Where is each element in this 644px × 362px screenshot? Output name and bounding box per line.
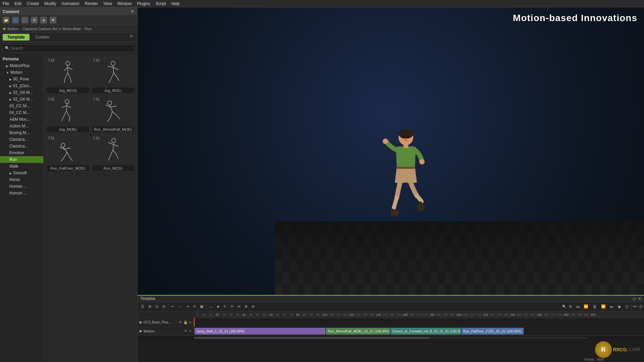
tree-panel: Persona ▶MotionPlus ▼Motion ▶00_Pose ▶01… bbox=[0, 54, 44, 362]
clip-crouch[interactable]: Crouch_to_Forward_roll_B_02_01_01 (100.0… bbox=[390, 328, 461, 335]
grid-item-0[interactable]: 7.91 Jog_ bbox=[46, 57, 90, 94]
content-close-button[interactable]: ✕ bbox=[130, 9, 135, 14]
menu-animation[interactable]: Animation bbox=[61, 1, 79, 6]
svg-point-16 bbox=[65, 100, 69, 104]
tree-item-boxing[interactable]: Boxing M... bbox=[0, 129, 43, 136]
tree-item-run[interactable]: Run bbox=[0, 156, 43, 163]
search-input[interactable] bbox=[3, 44, 135, 52]
tl-btn-18[interactable]: ⏪ bbox=[582, 304, 590, 309]
svg-point-57 bbox=[419, 159, 425, 165]
clip-fallover[interactable]: Run_FallOver_F(3E)_02_01 (100.00%) bbox=[462, 328, 524, 335]
tree-item-ccm[interactable]: 03_CC M... bbox=[0, 103, 43, 109]
tree-item-horse[interactable]: Horse bbox=[0, 176, 43, 183]
tree-item-emotion[interactable]: Emotion bbox=[0, 149, 43, 156]
tree-item-jclon[interactable]: ▶01_jClon... bbox=[0, 82, 43, 89]
svg-line-9 bbox=[113, 65, 114, 73]
tree-item-human2[interactable]: Human ... bbox=[0, 190, 43, 196]
menu-window[interactable]: Window bbox=[117, 1, 132, 6]
tl-pause-btn[interactable]: ⏸ bbox=[591, 303, 598, 310]
tree-item-human1[interactable]: Human ... bbox=[0, 183, 43, 190]
track-expand-motion[interactable]: ▶ bbox=[140, 329, 142, 333]
breadcrumb-classical[interactable]: Classical Cartoon-Act n' Move-Male bbox=[22, 27, 81, 31]
tl-btn-7[interactable]: ↺ bbox=[192, 304, 197, 309]
timeline-scrollbar[interactable] bbox=[138, 336, 644, 340]
menu-render[interactable]: Render bbox=[85, 1, 98, 6]
tree-item-pose[interactable]: ▶00_Pose bbox=[0, 76, 43, 82]
frame-num-2: 7.91 bbox=[48, 98, 54, 101]
star-icon[interactable]: ★ bbox=[40, 17, 47, 23]
grid-item-1[interactable]: 7.91 Jog_ bbox=[92, 57, 135, 94]
track-icon-lock[interactable]: 🔓 bbox=[183, 320, 187, 324]
menu-view[interactable]: View bbox=[103, 1, 112, 6]
menu-help[interactable]: Help bbox=[171, 1, 180, 6]
tree-item-action[interactable]: Action M... bbox=[0, 123, 43, 129]
tl-btn-6[interactable]: ⇥ bbox=[184, 304, 190, 309]
menu-create[interactable]: Create bbox=[27, 1, 39, 6]
menu-modify[interactable]: Modify bbox=[44, 1, 56, 6]
tl-record-btn[interactable]: ⏺ bbox=[616, 304, 623, 309]
tl-btn-16[interactable]: ⊞ bbox=[568, 304, 573, 309]
tl-btn-17[interactable]: ⏮ bbox=[575, 304, 581, 309]
timeline-close-icon[interactable]: ✕ bbox=[638, 296, 641, 301]
tl-end-icon[interactable]: ⊟ bbox=[639, 305, 642, 308]
grid-item-5[interactable]: 7.91 Run_ bbox=[92, 135, 135, 172]
tl-btn-12[interactable]: ⟳ bbox=[229, 304, 235, 309]
timeline-expand-icon[interactable]: ⬡ bbox=[633, 296, 636, 301]
track-content-motion[interactable]: Jump_Wall_C_02_01 (100.00%) Run_AlmostFa… bbox=[194, 327, 644, 335]
tl-btn-21[interactable]: ◫ bbox=[624, 304, 630, 309]
tree-item-walk[interactable]: Walk bbox=[0, 163, 43, 170]
tl-btn-10[interactable]: ◈ bbox=[215, 304, 221, 309]
menu-edit[interactable]: Edit bbox=[14, 1, 21, 6]
tab-custom[interactable]: Custom bbox=[31, 34, 54, 41]
refresh-icon[interactable]: ↻ bbox=[130, 34, 133, 41]
tree-item-classical2[interactable]: Classica... bbox=[0, 143, 43, 149]
clip-almostfall[interactable]: Run_AlmostFall_M(3E)_02_01 (100.00%) bbox=[326, 328, 390, 335]
tree-item-classical1[interactable]: Classica... bbox=[0, 136, 43, 143]
tl-btn-13[interactable]: ⇌ bbox=[236, 304, 242, 309]
tl-btn-15[interactable]: ⊖ bbox=[250, 304, 256, 309]
track-icon-close[interactable]: ✕ bbox=[189, 320, 192, 324]
tl-btn-2[interactable]: ⊡ bbox=[154, 304, 160, 309]
flag-icon[interactable]: ⚑ bbox=[50, 17, 56, 23]
tree-item-g6m2[interactable]: ▶02_G6 M... bbox=[0, 96, 43, 103]
tree-item-dexsoft[interactable]: ▶Dexsoft bbox=[0, 170, 43, 176]
timeline-scrollbar-track[interactable] bbox=[194, 337, 588, 339]
tree-item-motionplus[interactable]: ▶MotionPlus bbox=[0, 62, 43, 69]
clip-jump[interactable]: Jump_Wall_C_02_01 (100.00%) bbox=[195, 328, 325, 335]
tl-btn-9[interactable]: — bbox=[208, 304, 214, 309]
grid-item-4[interactable]: 7.91 Run_ bbox=[46, 135, 90, 172]
grid-item-2[interactable]: 7.91 Jog_ bbox=[46, 96, 90, 133]
tl-btn-4[interactable]: ↩ bbox=[170, 304, 175, 309]
track-icon-close-motion[interactable]: ✕ bbox=[189, 329, 192, 333]
settings-icon[interactable]: ⚙ bbox=[31, 17, 38, 23]
folder-icon[interactable]: 📁 bbox=[3, 17, 9, 23]
breadcrumb-run[interactable]: Run bbox=[85, 27, 92, 31]
menu-file[interactable]: File bbox=[3, 1, 9, 6]
tl-btn-11[interactable]: ↻ bbox=[222, 304, 228, 309]
tree-item-amm[interactable]: A&M Moc... bbox=[0, 116, 43, 123]
menu-script[interactable]: Script bbox=[156, 1, 166, 6]
tl-btn-5[interactable]: ↔ bbox=[177, 304, 183, 309]
tl-btn-19[interactable]: ⏩ bbox=[600, 304, 607, 309]
tree-item-persona[interactable]: Persona bbox=[0, 56, 43, 62]
tl-btn-20[interactable]: ⏭ bbox=[608, 304, 615, 309]
tl-btn-3[interactable]: ⊟ bbox=[161, 304, 167, 309]
tab-template[interactable]: Template bbox=[3, 34, 30, 41]
svg-line-21 bbox=[66, 111, 70, 117]
grid-item-3[interactable]: 7.91 Run_ bbox=[92, 96, 135, 133]
tl-btn-8[interactable]: ▣ bbox=[199, 304, 205, 309]
tl-btn-1[interactable]: ⊞ bbox=[147, 304, 153, 309]
toolbar-icon-3[interactable] bbox=[21, 17, 28, 23]
tl-btn-14[interactable]: ⊕ bbox=[243, 304, 249, 309]
person-icon[interactable]: 👤 bbox=[12, 17, 19, 23]
timeline-scrollbar-thumb[interactable] bbox=[194, 337, 430, 339]
menu-plugins[interactable]: Plugins bbox=[137, 1, 150, 6]
tl-menu-btn[interactable]: ☰ bbox=[140, 304, 146, 309]
track-icon-eye-motion[interactable]: 👁 bbox=[184, 329, 187, 333]
tree-item-ccm2[interactable]: 04_CC M... bbox=[0, 109, 43, 116]
tree-item-motion[interactable]: ▼Motion bbox=[0, 69, 43, 76]
tree-item-g6m1[interactable]: ▶02_G6 M... bbox=[0, 89, 43, 96]
breadcrumb-motion[interactable]: Motion bbox=[7, 27, 18, 31]
track-icon-eye[interactable]: 👁 bbox=[179, 320, 182, 324]
track-expand-base[interactable]: ▶ bbox=[140, 320, 142, 324]
